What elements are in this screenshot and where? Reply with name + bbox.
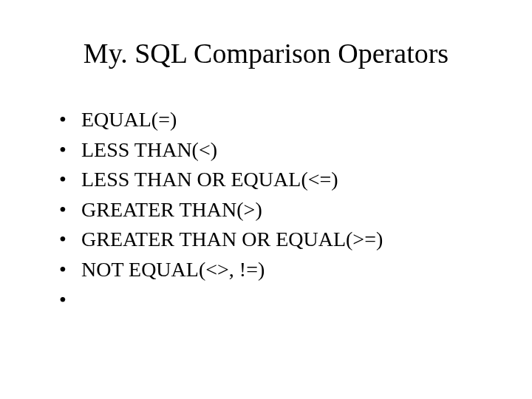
bullet-icon: • [59,255,81,285]
bullet-icon: • [59,135,81,166]
bullet-text: GREATER THAN OR EQUAL(>=) [81,225,383,255]
bullet-icon: • [59,165,81,195]
list-item: • [59,285,488,316]
bullet-icon: • [59,195,81,225]
list-item: • EQUAL(=) [59,105,488,135]
bullet-text: NOT EQUAL(<>, !=) [81,255,265,285]
list-item: • NOT EQUAL(<>, !=) [59,255,488,285]
slide-title: My. SQL Comparison Operators [44,37,488,69]
bullet-icon: • [59,105,81,135]
bullet-text: LESS THAN(<) [81,135,217,166]
list-item: • GREATER THAN(>) [59,195,488,225]
list-item: • LESS THAN(<) [59,135,488,166]
bullet-text: GREATER THAN(>) [81,195,262,225]
list-item: • LESS THAN OR EQUAL(<=) [59,165,488,195]
bullet-text: EQUAL(=) [81,105,177,135]
bullet-text: LESS THAN OR EQUAL(<=) [81,165,338,195]
bullet-list: • EQUAL(=) • LESS THAN(<) • LESS THAN OR… [44,105,488,315]
list-item: • GREATER THAN OR EQUAL(>=) [59,225,488,255]
bullet-icon: • [59,285,81,316]
bullet-icon: • [59,225,81,255]
